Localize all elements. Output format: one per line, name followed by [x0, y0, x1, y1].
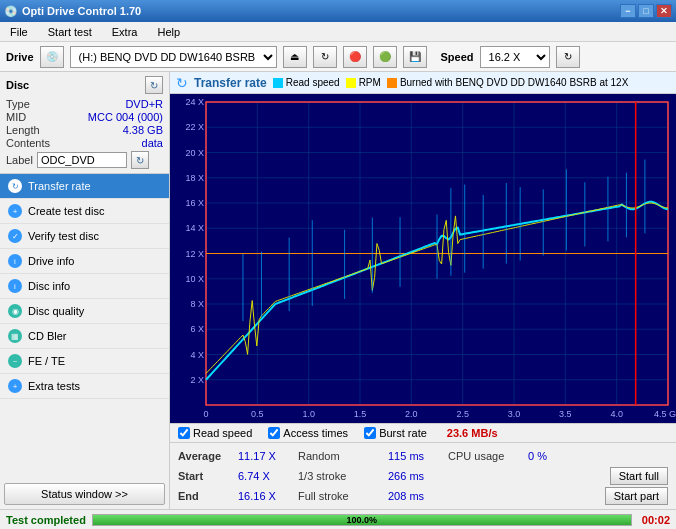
access-times-checkbox[interactable]	[268, 427, 280, 439]
nav-item-disc-info[interactable]: i Disc info	[0, 274, 169, 299]
nav-label-disc-quality: Disc quality	[28, 305, 84, 317]
disc-quality-icon: ◉	[8, 304, 22, 318]
chart-checkboxes-bar: Read speed Access times Burst rate 23.6 …	[170, 423, 676, 443]
nav-label-extra-tests: Extra tests	[28, 380, 80, 392]
disc-contents-value: data	[142, 137, 163, 149]
average-label: Average	[178, 450, 238, 462]
chart-title: Transfer rate	[194, 76, 267, 90]
status-btn-label: Status window >>	[41, 488, 128, 500]
extra-tests-icon: +	[8, 379, 22, 393]
legend-rpm: RPM	[346, 77, 381, 88]
menu-start-test[interactable]: Start test	[42, 24, 98, 40]
disc-length-label: Length	[6, 124, 40, 136]
nav-item-cd-bler[interactable]: ▦ CD Bler	[0, 324, 169, 349]
drive-option1-button[interactable]: 🔴	[343, 46, 367, 68]
maximize-button[interactable]: □	[638, 4, 654, 18]
cd-bler-icon: ▦	[8, 329, 22, 343]
read-speed-checkbox[interactable]	[178, 427, 190, 439]
minimize-button[interactable]: −	[620, 4, 636, 18]
disc-mid-label: MID	[6, 111, 26, 123]
nav-item-create-test-disc[interactable]: + Create test disc	[0, 199, 169, 224]
speed-refresh-button[interactable]: ↻	[556, 46, 580, 68]
speed-label: Speed	[441, 51, 474, 63]
bottom-bar: Test completed 100.0% 00:02	[0, 509, 676, 529]
stroke2-label: Full stroke	[298, 490, 388, 502]
legend-burned-color	[387, 78, 397, 88]
nav-label-transfer-rate: Transfer rate	[28, 180, 91, 192]
disc-label-input[interactable]	[37, 152, 127, 168]
cpu-value: 0 %	[528, 450, 578, 462]
fe-te-icon: ~	[8, 354, 22, 368]
stats-area: Average 11.17 X Random 115 ms CPU usage …	[170, 443, 676, 509]
disc-label-row: Label ↻	[6, 151, 163, 169]
cpu-label: CPU usage	[448, 450, 528, 462]
legend-read-speed-label: Read speed	[286, 77, 340, 88]
nav-item-verify-test-disc[interactable]: ✓ Verify test disc	[0, 224, 169, 249]
legend-read-speed: Read speed	[273, 77, 340, 88]
read-speed-checkbox-item: Read speed	[178, 427, 252, 439]
chart-refresh-icon: ↻	[176, 75, 188, 91]
app-title: Opti Drive Control 1.70	[22, 5, 141, 17]
drive-info-icon: i	[8, 254, 22, 268]
nav-item-disc-quality[interactable]: ◉ Disc quality	[0, 299, 169, 324]
legend-rpm-color	[346, 78, 356, 88]
stats-row-3: End 16.16 X Full stroke 208 ms Start par…	[178, 486, 668, 506]
read-speed-check-label: Read speed	[193, 427, 252, 439]
burst-rate-checkbox-item: Burst rate	[364, 427, 427, 439]
disc-type-row: Type DVD+R	[6, 98, 163, 110]
titlebar-controls: − □ ✕	[620, 4, 672, 18]
legend-burned-label: Burned with BENQ DVD DD DW1640 BSRB at 1…	[400, 77, 628, 88]
burst-rate-checkbox[interactable]	[364, 427, 376, 439]
eject-button[interactable]: ⏏	[283, 46, 307, 68]
titlebar: 💿 Opti Drive Control 1.70 − □ ✕	[0, 0, 676, 22]
legend-burned: Burned with BENQ DVD DD DW1640 BSRB at 1…	[387, 77, 628, 88]
time-display: 00:02	[642, 514, 670, 526]
random-value: 115 ms	[388, 450, 448, 462]
start-full-button[interactable]: Start full	[610, 467, 668, 485]
left-panel: Disc ↻ Type DVD+R MID MCC 004 (000) Leng…	[0, 72, 170, 509]
disc-refresh-button[interactable]: ↻	[145, 76, 163, 94]
start-label: Start	[178, 470, 238, 482]
right-panel: ↻ Transfer rate Read speed RPM Burned wi…	[170, 72, 676, 509]
drive-label: Drive	[6, 51, 34, 63]
drive-select[interactable]: (H:) BENQ DVD DD DW1640 BSRB	[70, 46, 277, 68]
transfer-rate-icon: ↻	[8, 179, 22, 193]
drive-save-button[interactable]: 💾	[403, 46, 427, 68]
nav-item-extra-tests[interactable]: + Extra tests	[0, 374, 169, 399]
nav-item-transfer-rate[interactable]: ↻ Transfer rate	[0, 174, 169, 199]
start-value: 6.74 X	[238, 470, 298, 482]
nav-item-fe-te[interactable]: ~ FE / TE	[0, 349, 169, 374]
disc-contents-row: Contents data	[6, 137, 163, 149]
main-area: Disc ↻ Type DVD+R MID MCC 004 (000) Leng…	[0, 72, 676, 509]
menu-extra[interactable]: Extra	[106, 24, 144, 40]
drive-refresh-button[interactable]: ↻	[313, 46, 337, 68]
menu-help[interactable]: Help	[151, 24, 186, 40]
start-part-button[interactable]: Start part	[605, 487, 668, 505]
app-icon: 💿	[4, 5, 18, 18]
access-times-check-label: Access times	[283, 427, 348, 439]
random-label: Random	[298, 450, 388, 462]
legend-rpm-label: RPM	[359, 77, 381, 88]
nav-label-verify-test-disc: Verify test disc	[28, 230, 99, 242]
nav-label-drive-info: Drive info	[28, 255, 74, 267]
stats-row-2: Start 6.74 X 1/3 stroke 266 ms Start ful…	[178, 466, 668, 486]
verify-test-disc-icon: ✓	[8, 229, 22, 243]
status-window-button[interactable]: Status window >>	[4, 483, 165, 505]
disc-mid-row: MID MCC 004 (000)	[6, 111, 163, 123]
menu-file[interactable]: File	[4, 24, 34, 40]
burst-rate-value: 23.6 MB/s	[447, 427, 498, 439]
close-button[interactable]: ✕	[656, 4, 672, 18]
drivebar: Drive 💿 (H:) BENQ DVD DD DW1640 BSRB ⏏ ↻…	[0, 42, 676, 72]
disc-label-refresh-button[interactable]: ↻	[131, 151, 149, 169]
nav-menu: ↻ Transfer rate + Create test disc ✓ Ver…	[0, 174, 169, 479]
nav-label-disc-info: Disc info	[28, 280, 70, 292]
drive-option2-button[interactable]: 🟢	[373, 46, 397, 68]
disc-type-value: DVD+R	[125, 98, 163, 110]
nav-item-drive-info[interactable]: i Drive info	[0, 249, 169, 274]
nav-label-fe-te: FE / TE	[28, 355, 65, 367]
end-value: 16.16 X	[238, 490, 298, 502]
stroke2-value: 208 ms	[388, 490, 448, 502]
speed-select[interactable]: 16.2 X	[480, 46, 550, 68]
progress-percentage: 100.0%	[93, 515, 631, 525]
disc-info-panel: Disc ↻ Type DVD+R MID MCC 004 (000) Leng…	[0, 72, 169, 174]
